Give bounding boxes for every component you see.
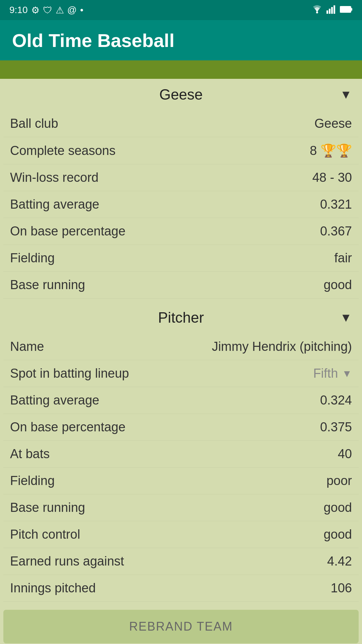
pitcher-label-at-bats: At bats [10,447,338,461]
at-icon: @ [67,5,77,15]
team-row-obp: On base percentage 0.367 [3,218,359,245]
team-value-ballclub: Geese [314,116,352,131]
svg-rect-6 [351,8,352,11]
team-row-fielding: Fielding fair [3,245,359,272]
team-dropdown-arrow[interactable]: ▼ [340,88,352,102]
team-label-batting-avg: Batting average [10,197,320,212]
team-row-batting-avg: Batting average 0.321 [3,191,359,218]
pitcher-row-pitch-control: Pitch control good [3,521,359,548]
pitcher-row-innings-pitched: Innings pitched 106 [3,575,359,602]
signal-icon [326,4,337,16]
pitcher-row-era: Earned runs against 4.42 [3,548,359,575]
team-section-header[interactable]: Geese ▼ [0,79,362,110]
team-label-fielding: Fielding [10,251,334,265]
pitcher-value-batting-avg: 0.324 [320,393,352,408]
team-row-base-running: Base running good [3,272,359,299]
svg-rect-2 [329,9,330,14]
dot-icon: • [80,5,83,15]
pitcher-label-name: Name [10,339,212,354]
team-label-obp: On base percentage [10,224,320,238]
pitcher-label-era: Earned runs against [10,554,327,569]
team-row-ballclub: Ball club Geese [3,110,359,137]
status-bar-right [311,4,353,16]
team-value-fielding: fair [334,251,352,265]
main-content: Geese ▼ Ball club Geese Complete seasons… [0,79,362,644]
status-bar-left: 9:10 ⚙ 🛡 ⚠ @ • [9,5,83,16]
pitcher-row-fielding: Fielding poor [3,468,359,494]
warning-icon: ⚠ [56,5,64,16]
pitcher-value-fielding: poor [326,474,352,488]
pitcher-row-base-running: Base running good [3,494,359,521]
pitcher-label-obp: On base percentage [10,420,320,434]
pitcher-row-at-bats: At bats 40 [3,441,359,468]
team-label-complete-seasons: Complete seasons [10,144,310,158]
pitcher-section-title: Pitcher [158,309,204,326]
rebrand-team-button[interactable]: REBRAND TEAM [3,610,359,643]
button-area: REBRAND TEAM RELEASE PLAYER OK [0,607,362,644]
svg-rect-4 [334,5,335,14]
pitcher-value-batting-spot[interactable]: Fifth ▼ [313,366,352,381]
svg-point-0 [316,11,318,13]
pitcher-value-base-running: good [323,500,352,515]
team-value-win-loss: 48 - 30 [312,170,352,185]
team-label-ballclub: Ball club [10,116,314,131]
svg-rect-3 [331,7,333,14]
team-section-title: Geese [159,86,203,103]
pitcher-stats-table: Name Jimmy Hendrix (pitching) Spot in ba… [0,333,362,602]
pitcher-row-name: Name Jimmy Hendrix (pitching) [3,333,359,360]
pitcher-row-obp: On base percentage 0.375 [3,414,359,441]
pitcher-label-innings-pitched: Innings pitched [10,581,331,595]
team-row-complete-seasons: Complete seasons 8 🏆🏆 [3,137,359,164]
batting-spot-value: Fifth [313,366,338,381]
team-label-base-running: Base running [10,278,323,292]
pitcher-row-batting-spot[interactable]: Spot in batting lineup Fifth ▼ [3,360,359,387]
battery-icon [340,5,353,15]
batting-spot-dropdown-arrow[interactable]: ▼ [342,368,352,379]
pitcher-row-batting-avg: Batting average 0.324 [3,387,359,414]
app-title: Old Time Baseball [12,30,174,51]
team-stats-table: Ball club Geese Complete seasons 8 🏆🏆 Wi… [0,110,362,299]
pitcher-label-pitch-control: Pitch control [10,527,323,542]
team-value-complete-seasons: 8 🏆🏆 [310,143,352,158]
pitcher-value-pitch-control: good [323,527,352,542]
team-row-win-loss: Win-loss record 48 - 30 [3,164,359,191]
top-green-stripe [0,60,362,79]
pitcher-value-innings-pitched: 106 [331,581,352,595]
pitcher-value-name: Jimmy Hendrix (pitching) [212,339,352,354]
team-value-base-running: good [323,278,352,292]
shield-icon: 🛡 [43,5,52,16]
pitcher-section-header[interactable]: Pitcher ▼ [0,302,362,333]
pitcher-value-at-bats: 40 [338,447,352,461]
app-header: Old Time Baseball [0,20,362,60]
pitcher-label-fielding: Fielding [10,474,326,488]
wifi-icon [311,4,323,16]
team-value-batting-avg: 0.321 [320,197,352,212]
pitcher-dropdown-arrow[interactable]: ▼ [340,311,352,325]
time-display: 9:10 [9,5,28,15]
pitcher-label-base-running: Base running [10,500,323,515]
svg-rect-1 [326,10,328,14]
svg-rect-5 [340,6,351,12]
pitcher-label-batting-spot: Spot in batting lineup [10,366,313,381]
settings-icon: ⚙ [31,5,40,16]
pitcher-value-obp: 0.375 [320,420,352,434]
status-bar: 9:10 ⚙ 🛡 ⚠ @ • [0,0,362,20]
pitcher-value-era: 4.42 [327,554,352,569]
team-value-obp: 0.367 [320,224,352,238]
pitcher-label-batting-avg: Batting average [10,393,320,408]
team-label-win-loss: Win-loss record [10,170,312,185]
